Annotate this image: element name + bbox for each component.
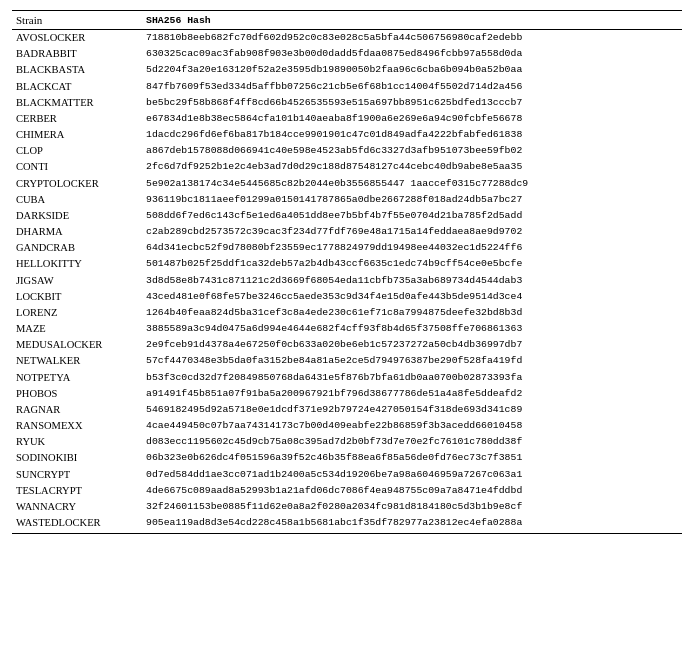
strain-cell: JIGSAW: [12, 273, 142, 289]
strain-cell: GANDCRAB: [12, 240, 142, 256]
hash-cell: 630325cac09ac3fab908f903e3b00d0dadd5fdaa…: [142, 46, 682, 62]
strain-cell: CERBER: [12, 111, 142, 127]
strain-cell: HELLOKITTY: [12, 256, 142, 272]
hash-cell: 501487b025f25ddf1ca32deb57a2b4db43ccf663…: [142, 256, 682, 272]
table-row: RANSOMEXX4cae449450c07b7aa74314173c7b00d…: [12, 418, 682, 434]
table-row: NETWALKER57cf4470348e3b5da0fa3152be84a81…: [12, 353, 682, 369]
hash-cell: c2ab289cbd2573572c39cac3f234d77fdf769e48…: [142, 224, 682, 240]
hash-cell: 5469182495d92a5718e0e1dcdf371e92b79724e4…: [142, 402, 682, 418]
table-row: MAZE3885589a3c94d0475a6d994e4644e682f4cf…: [12, 321, 682, 337]
table-row: LORENZ1264b40feaa824d5ba31cef3c8a4ede230…: [12, 305, 682, 321]
strain-cell: WASTEDLOCKER: [12, 515, 142, 534]
table-row: SUNCRYPT0d7ed584dd1ae3cc071ad1b2400a5c53…: [12, 467, 682, 483]
table-row: CRYPTOLOCKER5e902a138174c34e5445685c82b2…: [12, 176, 682, 192]
table-row: RYUKd083ecc1195602c45d9cb75a08c395ad7d2b…: [12, 434, 682, 450]
table-row: MEDUSALOCKER2e9fceb91d4378a4e67250f0cb63…: [12, 337, 682, 353]
hash-cell: d083ecc1195602c45d9cb75a08c395ad7d2b0bf7…: [142, 434, 682, 450]
table-row: BADRABBIT630325cac09ac3fab908f903e3b00d0…: [12, 46, 682, 62]
hash-cell: a867deb1578088d066941c40e598e4523ab5fd6c…: [142, 143, 682, 159]
header-strain: Strain: [12, 11, 142, 30]
table-row: DARKSIDE508dd6f7ed6c143cf5e1ed6a4051dd8e…: [12, 208, 682, 224]
strain-cell: LORENZ: [12, 305, 142, 321]
table-row: PHOBOSa91491f45b851a07f91ba5a200967921bf…: [12, 386, 682, 402]
table-row: BLACKCAT847fb7609f53ed334d5affbb07256c21…: [12, 79, 682, 95]
table-row: JIGSAW3d8d58e8b7431c871121c2d3669f68054e…: [12, 273, 682, 289]
hash-cell: 06b323e0b626dc4f051596a39f52c46b35f88ea6…: [142, 450, 682, 466]
hash-cell: 3885589a3c94d0475a6d994e4644e682f4cff93f…: [142, 321, 682, 337]
strain-cell: PHOBOS: [12, 386, 142, 402]
strain-cell: LOCKBIT: [12, 289, 142, 305]
header-hash: SHA256 Hash: [142, 11, 682, 30]
table-row: NOTPETYAb53f3c0cd32d7f20849850768da6431e…: [12, 370, 682, 386]
strain-cell: SODINOKIBI: [12, 450, 142, 466]
strain-cell: SUNCRYPT: [12, 467, 142, 483]
strain-cell: NETWALKER: [12, 353, 142, 369]
table-row: LOCKBIT43ced481e0f68fe57be3246cc5aede353…: [12, 289, 682, 305]
strain-cell: MEDUSALOCKER: [12, 337, 142, 353]
table-row: HELLOKITTY501487b025f25ddf1ca32deb57a2b4…: [12, 256, 682, 272]
hash-cell: 57cf4470348e3b5da0fa3152be84a81a5e2ce5d7…: [142, 353, 682, 369]
strain-cell: CONTI: [12, 159, 142, 175]
table-row: BLACKMATTERbe5bc29f58b868f4ff8cd66b45265…: [12, 95, 682, 111]
table-row: GANDCRAB64d341ecbc52f9d78080bf23559ec177…: [12, 240, 682, 256]
table-row: AVOSLOCKER718810b8eeb682fc70df602d952c0c…: [12, 30, 682, 47]
hash-cell: be5bc29f58b868f4ff8cd66b4526535593e515a6…: [142, 95, 682, 111]
strain-cell: CLOP: [12, 143, 142, 159]
hash-cell: 0d7ed584dd1ae3cc071ad1b2400a5c534d19206b…: [142, 467, 682, 483]
hash-cell: 43ced481e0f68fe57be3246cc5aede353c9d34f4…: [142, 289, 682, 305]
strain-cell: RAGNAR: [12, 402, 142, 418]
hash-cell: 905ea119ad8d3e54cd228c458a1b5681abc1f35d…: [142, 515, 682, 534]
table-row: SODINOKIBI06b323e0b626dc4f051596a39f52c4…: [12, 450, 682, 466]
hash-cell: b53f3c0cd32d7f20849850768da6431e5f876b7b…: [142, 370, 682, 386]
hash-cell: 32f24601153be0885f11d62e0a8a2f0280a2034f…: [142, 499, 682, 515]
strain-cell: CUBA: [12, 192, 142, 208]
strain-cell: MAZE: [12, 321, 142, 337]
table-row: CLOPa867deb1578088d066941c40e598e4523ab5…: [12, 143, 682, 159]
hash-cell: 5d2204f3a20e163120f52a2e3595db19890050b2…: [142, 62, 682, 78]
table-row: CERBERe67834d1e8b38ec5864cfa101b140aeaba…: [12, 111, 682, 127]
strain-cell: BLACKBASTA: [12, 62, 142, 78]
hash-cell: 847fb7609f53ed334d5affbb07256c21cb5e6f68…: [142, 79, 682, 95]
strain-cell: CHIMERA: [12, 127, 142, 143]
table-row: RAGNAR5469182495d92a5718e0e1dcdf371e92b7…: [12, 402, 682, 418]
table-row: DHARMAc2ab289cbd2573572c39cac3f234d77fdf…: [12, 224, 682, 240]
ransomware-table: Strain SHA256 Hash AVOSLOCKER718810b8eeb…: [12, 10, 682, 534]
hash-cell: 1dacdc296fd6ef6ba817b184cce9901901c47c01…: [142, 127, 682, 143]
table-row: TESLACRYPT4de6675c089aad8a52993b1a21afd0…: [12, 483, 682, 499]
hash-cell: 5e902a138174c34e5445685c82b2044e0b355685…: [142, 176, 682, 192]
strain-cell: BADRABBIT: [12, 46, 142, 62]
strain-cell: NOTPETYA: [12, 370, 142, 386]
strain-cell: BLACKCAT: [12, 79, 142, 95]
table-row: WANNACRY32f24601153be0885f11d62e0a8a2f02…: [12, 499, 682, 515]
strain-cell: RANSOMEXX: [12, 418, 142, 434]
table-row: CUBA936119bc1811aeef01299a0150141787865a…: [12, 192, 682, 208]
hash-cell: e67834d1e8b38ec5864cfa101b140aeaba8f1900…: [142, 111, 682, 127]
strain-cell: DARKSIDE: [12, 208, 142, 224]
hash-cell: 2e9fceb91d4378a4e67250f0cb633a020be6eb1c…: [142, 337, 682, 353]
strain-cell: TESLACRYPT: [12, 483, 142, 499]
hash-cell: 1264b40feaa824d5ba31cef3c8a4ede230c61ef7…: [142, 305, 682, 321]
strain-cell: WANNACRY: [12, 499, 142, 515]
strain-cell: DHARMA: [12, 224, 142, 240]
strain-cell: BLACKMATTER: [12, 95, 142, 111]
hash-cell: 508dd6f7ed6c143cf5e1ed6a4051dd8ee7b5bf4b…: [142, 208, 682, 224]
strain-cell: CRYPTOLOCKER: [12, 176, 142, 192]
hash-cell: 2fc6d7df9252b1e2c4eb3ad7d0d29c188d875481…: [142, 159, 682, 175]
hash-cell: 718810b8eeb682fc70df602d952c0c83e028c5a5…: [142, 30, 682, 47]
hash-cell: a91491f45b851a07f91ba5a200967921bf796d38…: [142, 386, 682, 402]
hash-cell: 4cae449450c07b7aa74314173c7b00d409eabfe2…: [142, 418, 682, 434]
strain-cell: AVOSLOCKER: [12, 30, 142, 47]
strain-cell: RYUK: [12, 434, 142, 450]
hash-cell: 936119bc1811aeef01299a0150141787865a0dbe…: [142, 192, 682, 208]
table-row: CONTI2fc6d7df9252b1e2c4eb3ad7d0d29c188d8…: [12, 159, 682, 175]
table-row: WASTEDLOCKER905ea119ad8d3e54cd228c458a1b…: [12, 515, 682, 534]
table-row: BLACKBASTA5d2204f3a20e163120f52a2e3595db…: [12, 62, 682, 78]
hash-cell: 4de6675c089aad8a52993b1a21afd06dc7086f4e…: [142, 483, 682, 499]
table-row: CHIMERA1dacdc296fd6ef6ba817b184cce990190…: [12, 127, 682, 143]
hash-cell: 3d8d58e8b7431c871121c2d3669f68054eda11cb…: [142, 273, 682, 289]
hash-cell: 64d341ecbc52f9d78080bf23559ec1778824979d…: [142, 240, 682, 256]
